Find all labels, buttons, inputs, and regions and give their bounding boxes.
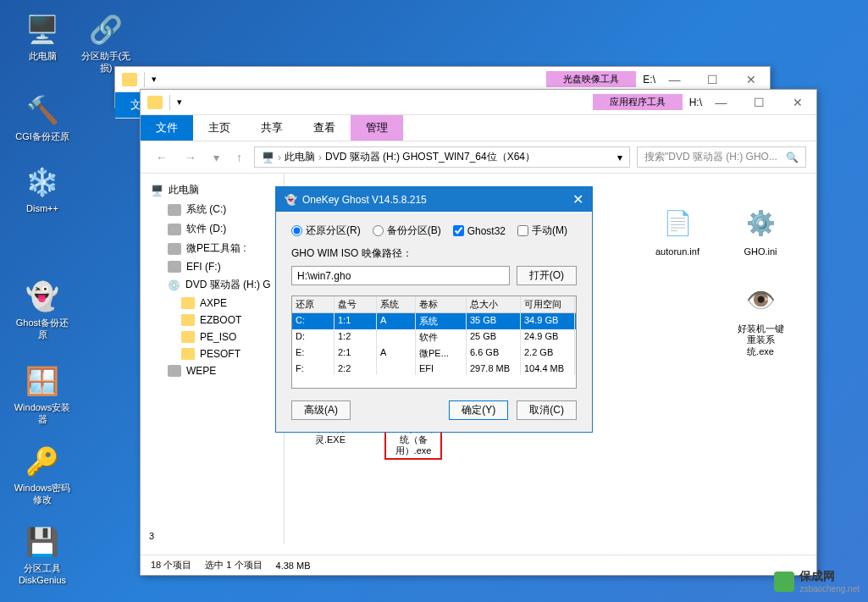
nav-tree: 🖥️此电脑 系统 (C:) 软件 (D:) 微PE工具箱 : EFI (F:) … <box>141 174 285 544</box>
tree-drive[interactable]: 软件 (D:) <box>147 219 277 239</box>
tree-thispc[interactable]: 🖥️此电脑 <box>147 180 277 200</box>
tree-drive[interactable]: 微PE工具箱 : <box>147 239 277 258</box>
nav-recent[interactable]: ▾ <box>208 149 224 166</box>
close-button[interactable]: ✕ <box>572 191 583 207</box>
folder-icon <box>122 73 137 86</box>
status-bar: 18 个项目 选中 1 个项目 4.38 MB <box>141 555 816 575</box>
maximize-button[interactable]: ☐ <box>740 91 778 114</box>
advanced-button[interactable]: 高级(A) <box>291 400 351 420</box>
watermark: 保成网zsbaocheng.net <box>774 569 860 594</box>
check-manual[interactable]: 手动(M) <box>517 224 567 238</box>
tab-manage[interactable]: 管理 <box>351 115 403 141</box>
nav-back[interactable]: ← <box>151 149 173 166</box>
tree-drive[interactable]: 💿DVD 驱动器 (H:) G <box>147 275 277 295</box>
radio-backup[interactable]: 备份分区(B) <box>373 224 441 238</box>
close-button[interactable]: ✕ <box>732 68 770 91</box>
search-input[interactable]: 搜索"DVD 驱动器 (H:) GHO...🔍 <box>637 146 806 168</box>
minimize-button[interactable]: — <box>655 68 694 91</box>
desktop-icon-thispc[interactable]: 🖥️此电脑 <box>13 13 72 62</box>
table-row[interactable]: C:1:1A系统35 GB34.9 GB <box>292 313 576 329</box>
radio-restore[interactable]: 还原分区(R) <box>291 224 361 238</box>
desktop-icon-partition[interactable]: 🔗分区助手(无损) <box>76 13 135 75</box>
file-item[interactable]: 👁️好装机一键重装系统.exe <box>732 278 789 361</box>
tree-folder[interactable]: PESOFT <box>147 345 277 362</box>
tree-folder[interactable]: PE_ISO <box>147 329 277 345</box>
desktop-icon-winpw[interactable]: 🔑Windows密码修改 <box>13 445 72 506</box>
open-button[interactable]: 打开(O) <box>517 266 577 285</box>
minimize-button[interactable]: — <box>702 91 740 114</box>
maximize-button[interactable]: ☐ <box>694 68 732 91</box>
search-icon: 🔍 <box>786 152 799 163</box>
desktop-icon-cgi[interactable]: 🔨CGI备份还原 <box>13 93 72 142</box>
tree-drive[interactable]: 系统 (C:) <box>147 200 277 219</box>
tab-share[interactable]: 共享 <box>246 115 298 141</box>
ghost-icon: 👻 <box>285 194 297 206</box>
desktop-icon-ghost[interactable]: 👻Ghost备份还原 <box>13 279 72 341</box>
ok-button[interactable]: 确定(Y) <box>449 400 508 420</box>
desktop-icon-wininstall[interactable]: 🪟Windows安装器 <box>13 364 72 426</box>
file-item[interactable]: 📄autorun.inf <box>649 201 706 261</box>
dialog-title: OneKey Ghost V14.5.8.215 <box>302 194 427 206</box>
tools-badge: 光盘映像工具 <box>546 71 636 87</box>
file-item[interactable]: ⚙️GHO.ini <box>732 201 789 261</box>
table-row[interactable]: F:2:2EFI297.8 MB104.4 MB <box>292 362 576 375</box>
nav-forward[interactable]: → <box>180 149 202 166</box>
tree-folder[interactable]: EZBOOT <box>147 312 277 329</box>
tree-folder[interactable]: AXPE <box>147 295 277 312</box>
tab-file[interactable]: 文件 <box>141 115 193 141</box>
tab-home[interactable]: 主页 <box>193 115 246 141</box>
path-label: GHO WIM ISO 映像路径： <box>291 246 577 261</box>
tools-badge: 应用程序工具 <box>593 94 683 110</box>
desktop-icon-dism[interactable]: ❄️Dism++ <box>13 165 72 214</box>
path-input[interactable] <box>291 266 510 285</box>
tree-drive[interactable]: EFI (F:) <box>147 258 277 275</box>
shield-icon <box>774 572 794 592</box>
tab-view[interactable]: 查看 <box>298 115 351 141</box>
onekey-ghost-dialog: 👻 OneKey Ghost V14.5.8.215 ✕ 还原分区(R) 备份分… <box>275 186 593 433</box>
folder-icon <box>147 96 163 109</box>
breadcrumb[interactable]: 🖥️› 此电脑› DVD 驱动器 (H:) GHOST_WIN7_64位（X64… <box>254 146 630 168</box>
check-ghost32[interactable]: Ghost32 <box>453 225 506 237</box>
cancel-button[interactable]: 取消(C) <box>517 400 577 420</box>
table-row[interactable]: E:2:1A微PE...6.6 GB2.2 GB <box>292 345 576 362</box>
table-row[interactable]: D:1:2软件25 GB24.9 GB <box>292 329 576 345</box>
partition-table: 还原盘号系统卷标总大小可用空间 C:1:1A系统35 GB34.9 GB D:1… <box>291 295 577 389</box>
tree-drive[interactable]: WEPE <box>147 362 277 379</box>
nav-up[interactable]: ↑ <box>231 149 247 166</box>
close-button[interactable]: ✕ <box>778 91 816 114</box>
desktop-icon-diskgenius[interactable]: 💾分区工具DiskGenius <box>13 525 72 587</box>
